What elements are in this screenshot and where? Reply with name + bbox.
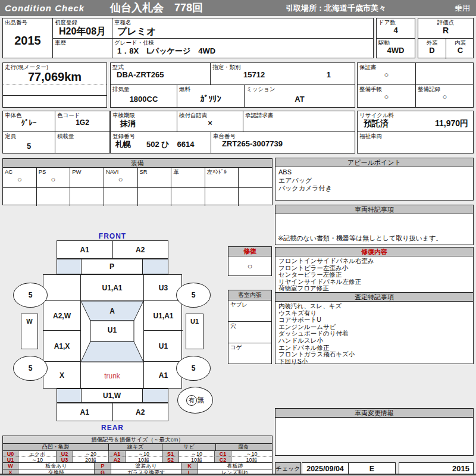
tire-rear-right: 5 <box>176 356 211 381</box>
vehicle-notes-disclaimer: ※記載のない書類・機器等は無しとして取り扱います。 <box>278 234 442 243</box>
empty-cell <box>416 63 474 85</box>
mileage-label: 走行(現メーター) <box>3 63 107 70</box>
fuel-label: 燃料 <box>177 85 244 92</box>
vehicle-identity-box: 出品番号 2015 初度登録 H20年08月 車歴 車種名 プレミオ グレード・… <box>2 18 374 58</box>
appeal-lines: ABSエアバッグバックカメラ付き <box>275 167 473 194</box>
spare-no: 無 <box>197 395 204 405</box>
text-line: 下回りS小 <box>278 358 470 365</box>
legend-cell: U2 <box>56 451 73 457</box>
legend-cell: W <box>3 463 18 469</box>
legend-cell: K <box>181 463 198 469</box>
engine-box: 型式 DBA-ZRT265 指定・類別 15712 1 排気量 1800CC 燃… <box>110 62 355 108</box>
front-bumper: A1 A2 <box>57 240 168 259</box>
plate-label: 登録番号 <box>111 132 211 139</box>
maintenance-record-cell: 整備記録 ○ <box>416 85 474 107</box>
door-rear-right: U1 <box>143 331 183 362</box>
legend-cell: U0 <box>3 451 18 457</box>
recycle-cell: リサイクル料 預託済 11,970円 <box>358 111 473 132</box>
equipment-empty-cell <box>138 188 172 206</box>
windshield-panel: A <box>81 307 143 315</box>
front-bumper-left: A1 <box>57 241 113 258</box>
fender-rear-left: X <box>43 362 81 389</box>
score-value: R <box>418 26 473 35</box>
cabin-interior-title: 客室内張 <box>228 290 271 300</box>
doors-value: 4 <box>377 26 415 35</box>
interior-value: C <box>446 46 474 55</box>
equipment-title: 装備 <box>3 159 272 168</box>
equipment-empty-cell <box>70 188 104 206</box>
rocker-right: U1 <box>186 314 203 349</box>
model-column: 車種名 プレミオ グレード・仕様 1．8X Lパッケージ 4WD <box>112 18 373 58</box>
exterior-label: 外装 <box>418 39 446 46</box>
equipment-empty-cell <box>37 188 71 206</box>
equipment-cell-ac: AC○ <box>3 168 37 187</box>
model-name-cell: 車種名 プレミオ <box>112 18 373 39</box>
equipment-label: NAVI <box>104 168 137 175</box>
lot-number: 2015 <box>3 34 52 48</box>
capacity-cell: 定員 5 <box>3 132 55 153</box>
model-code-cell: 型式 DBA-ZRT265 <box>111 63 211 85</box>
first-registration: H20年08月 <box>53 26 112 38</box>
repair-mark-value: ○ <box>228 256 271 275</box>
car-body: A2,W A1,X X U3 U1,A1 U1 A1 U1,A1 A U1 tr… <box>43 274 182 389</box>
tire-front-left: 5 <box>13 283 48 308</box>
color-box: 車体色 ｸﾞﾚｰ 色コード 1G2 定員 5 積載量 <box>2 111 110 154</box>
first-registration-label: 初度登録 <box>53 18 112 26</box>
hood-panel: P <box>82 259 142 274</box>
rating-box: 評価点 R 外装 D 内装 C <box>418 18 474 58</box>
text-line: 内装汚れ、スレ、キズ <box>278 303 470 310</box>
vin-cell: 車台番号 ZRT265-3007739 <box>211 132 355 153</box>
doors-drive-box: ドア数 4 駆動 4WD <box>376 18 415 58</box>
vehicle-notes-box: 車両特記事項 ※記載のない書類・機器等は無しとして取り扱います。 <box>275 205 474 245</box>
check-lot-number: 2015 <box>399 463 473 474</box>
maintenance-book-cell: 整備手帳 ○ <box>358 85 416 107</box>
legend-group: サビ <box>162 444 215 450</box>
check-lot-box: 2015 <box>399 462 474 475</box>
repair-title: 修復内容 <box>275 248 473 256</box>
cabin-interior-box: 客室内張 ヤブレ 穴 コゲ <box>228 290 272 364</box>
appeal-title: アピールポイント <box>275 158 473 167</box>
fender-front-left <box>43 275 81 301</box>
maintenance-record-value: ○ <box>416 92 474 101</box>
change-info-title: 車両変更情報 <box>275 409 473 418</box>
trunk-panel: trunk <box>81 362 143 389</box>
legend-cell: ～10 <box>231 451 272 457</box>
legend-title: 損傷記号＆損傷サイズ（～最大cm） <box>3 436 272 444</box>
history-label: 車歴 <box>53 39 112 46</box>
cabin-row-tear: ヤブレ <box>228 300 271 308</box>
inspection-cell: 車検期限 抹消 <box>111 111 177 132</box>
color-code-label: 色コード <box>55 111 109 118</box>
model-code-label: 型式 <box>111 63 210 70</box>
designation-cell: 指定・類別 15712 1 <box>211 63 355 85</box>
equipment-label: AC <box>3 168 36 175</box>
assessment-box: 査定特記事項 内装汚れ、スレ、キズウスキズ有りコアサポートUエンジンルームサビダ… <box>275 292 474 364</box>
doors-label: ドア数 <box>377 18 415 26</box>
equipment-empty-cell <box>171 188 205 206</box>
grade-cell: グレード・仕様 1．8X Lパッケージ 4WD <box>112 39 373 59</box>
check-date-box: 2025/09/04 E <box>302 462 396 475</box>
inspection-label: 車検期限 <box>111 111 177 118</box>
check-date: 2025/09/04 <box>302 463 349 474</box>
capacity-label: 定員 <box>3 132 55 139</box>
vehicle-category: 乗用 <box>455 0 470 16</box>
text-line: エアバッグ <box>278 177 470 185</box>
pickup-location: 引取場所：北海道千歳市美々 <box>286 0 386 16</box>
recycle-fee: 11,970円 <box>435 118 468 129</box>
insurance-label: 検付自賠責 <box>177 111 243 118</box>
fuel-cell: 燃料 ｶﾞｿﾘﾝ <box>177 85 245 107</box>
cowl-panel: U1,A1 <box>81 275 143 301</box>
insurance-value: × <box>177 118 243 127</box>
spare-tire-indicator: 有無 <box>177 387 213 414</box>
designation-number: 15712 <box>243 70 265 79</box>
rocker-left: W <box>21 314 38 349</box>
documents-box: 保証書 ○ 整備手帳 ○ 整備記録 ○ <box>357 62 474 108</box>
interior-cell: 内装 C <box>446 39 474 59</box>
equipment-cell-ps: PS○ <box>37 168 71 187</box>
rear-bumper-left: A1 <box>57 403 113 421</box>
change-info-box: 車両変更情報 <box>275 408 474 456</box>
legend-cell: 塗装あり <box>111 463 181 469</box>
inspection-value: 抹消 <box>111 118 177 129</box>
mileage-value: 77,069km <box>3 70 107 84</box>
check-inspector: E <box>349 463 395 474</box>
hood-corner-right <box>142 259 168 274</box>
